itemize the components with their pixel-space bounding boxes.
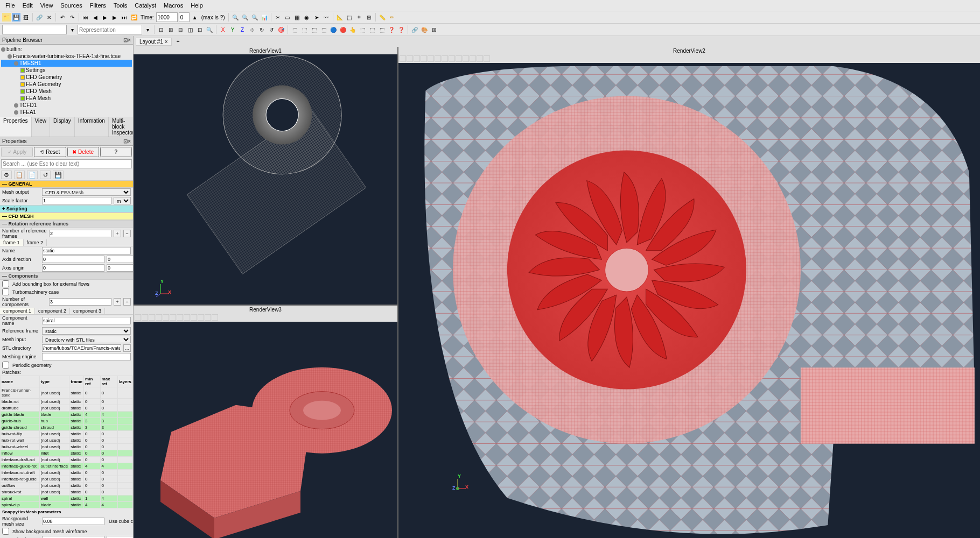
vp-tool-icon[interactable]	[149, 314, 155, 321]
bbox-checkbox[interactable]	[2, 280, 9, 287]
view-icon[interactable]: ⊟	[176, 25, 185, 34]
tree-item[interactable]: Francis-water-turbine-kos-TFEA-1st-fine.…	[1, 53, 132, 60]
frame-tab[interactable]: frame 1	[0, 239, 24, 246]
select-icon[interactable]: ⬚	[377, 25, 386, 34]
contour-icon[interactable]: ◉	[303, 13, 311, 22]
glyph-icon[interactable]: ➤	[312, 13, 321, 22]
prev-icon[interactable]: ◀	[91, 13, 100, 22]
copy-icon[interactable]: 📋	[14, 171, 25, 179]
tab-information[interactable]: Information	[75, 117, 109, 137]
warp-icon[interactable]: ⌗	[355, 13, 363, 22]
mesh-input-select[interactable]: Directory with STL files	[42, 336, 131, 343]
vp-tool-icon[interactable]	[477, 55, 483, 62]
vp-tool-icon[interactable]	[449, 55, 455, 62]
ref-frame-select[interactable]: static	[42, 327, 131, 335]
render-view-3[interactable]: RenderView3	[134, 306, 397, 538]
interact-icon[interactable]: 👆	[348, 25, 357, 34]
connect-icon[interactable]: 🔗	[35, 13, 44, 22]
save-icon[interactable]: 💾	[12, 13, 20, 22]
open-icon[interactable]: 📁	[2, 13, 11, 22]
vp-tool-icon[interactable]	[456, 55, 462, 62]
frame-name-input[interactable]	[42, 247, 131, 254]
axis-origin-x[interactable]	[42, 264, 104, 272]
color-array-select[interactable]	[2, 25, 67, 34]
hover-icon[interactable]: ❓	[387, 25, 396, 34]
vp-tool-icon[interactable]	[463, 55, 469, 62]
table-row[interactable]: shroud-rot(not used)static00	[1, 489, 133, 495]
add-button[interactable]: +	[114, 298, 121, 306]
rot-90-icon[interactable]: ↺	[267, 25, 276, 34]
apply-button[interactable]: ✓ Apply	[1, 147, 33, 157]
menu-filters[interactable]: Filters	[87, 1, 109, 10]
bg-mesh-input[interactable]	[42, 518, 104, 525]
scale-input[interactable]	[42, 197, 111, 204]
vp-tool-icon[interactable]	[212, 314, 218, 321]
vp-tool-icon[interactable]	[400, 55, 406, 62]
frame-tab[interactable]: frame 2	[24, 239, 47, 246]
vp-tool-icon[interactable]	[135, 314, 141, 321]
table-row[interactable]: interface-rot-guide(not used)static00	[1, 476, 133, 483]
extract-icon[interactable]: ⬚	[345, 13, 354, 22]
vp-tool-icon[interactable]	[205, 314, 211, 321]
tree-item[interactable]: TFEA1	[1, 109, 132, 116]
section-general[interactable]: — GENERAL	[0, 180, 133, 188]
tool-icon[interactable]: 🔍	[241, 13, 249, 22]
view-icon[interactable]: ⊡	[157, 25, 165, 34]
rot90-icon[interactable]: ↻	[257, 25, 266, 34]
comp-name-input[interactable]	[42, 317, 131, 324]
search-input[interactable]	[1, 159, 132, 168]
zoom-icon[interactable]: 🔍	[205, 25, 214, 34]
time-idx-input[interactable]	[179, 12, 190, 22]
remove-button[interactable]: −	[123, 298, 131, 306]
last-icon[interactable]: ⏭	[120, 13, 129, 22]
table-row[interactable]: interface-guide-rotoutletInterfacestatic…	[1, 463, 133, 470]
representation-select[interactable]	[78, 25, 142, 34]
color-icon[interactable]: 🎨	[420, 25, 429, 34]
render-view-1[interactable]: RenderView1	[134, 47, 397, 305]
delete-button[interactable]: ✖ Delete	[67, 147, 99, 157]
table-row[interactable]: spiral-clipbladestatic44	[1, 502, 133, 508]
undo-icon[interactable]: ↶	[58, 13, 67, 22]
windows-icon[interactable]: ⊞	[430, 25, 438, 34]
play-icon[interactable]: ▶	[101, 13, 109, 22]
mesh-output-select[interactable]: CFD & FEA Mesh	[42, 188, 131, 196]
menu-sources[interactable]: Sources	[57, 1, 85, 10]
turbo-checkbox[interactable]	[2, 288, 9, 295]
mesh-engine-input[interactable]	[42, 353, 131, 360]
select-icon[interactable]: ⬚	[300, 25, 309, 34]
vp-tool-icon[interactable]	[414, 55, 420, 62]
select-icon[interactable]: ⬚	[310, 25, 318, 34]
tool-icon[interactable]: 📊	[260, 13, 269, 22]
section-cfdmesh[interactable]: — CFD MESH	[0, 213, 133, 220]
next-icon[interactable]: ▶	[110, 13, 119, 22]
vp-tool-icon[interactable]	[484, 55, 490, 62]
select-icon[interactable]: 🔴	[339, 25, 347, 34]
settings-icon[interactable]: ⚙	[1, 171, 12, 179]
time-up-icon[interactable]: ▲	[191, 13, 199, 22]
table-row[interactable]: Francis-runner-solid(not used)static00	[1, 387, 133, 399]
group-icon[interactable]: ⊞	[365, 13, 373, 22]
vp-tool-icon[interactable]	[421, 55, 427, 62]
tool-icon[interactable]: 🔍	[231, 13, 240, 22]
table-row[interactable]: outflow(not used)static00	[1, 483, 133, 489]
browse-button[interactable]: …	[123, 344, 131, 352]
vp-tool-icon[interactable]	[184, 314, 190, 321]
zoom-data-icon[interactable]: 🎯	[277, 25, 285, 34]
axis-dir-x[interactable]	[42, 256, 104, 263]
periodic-checkbox[interactable]	[2, 362, 9, 369]
add-layout-button[interactable]: +	[174, 37, 183, 46]
stl-dir-input[interactable]	[42, 344, 121, 352]
add-button[interactable]: +	[114, 230, 121, 237]
render-view-2[interactable]: RenderView2	[398, 47, 980, 538]
down-icon[interactable]: ▾	[68, 25, 76, 34]
time-input[interactable]	[156, 12, 178, 22]
tree-item[interactable]: FEA Mesh	[1, 95, 132, 102]
vp-tool-icon[interactable]	[428, 55, 434, 62]
close-icon[interactable]: ⊡×	[123, 37, 131, 43]
menu-tools[interactable]: Tools	[110, 1, 131, 10]
tab-view[interactable]: View	[32, 117, 51, 137]
hover-icon[interactable]: ❓	[397, 25, 405, 34]
axis-origin-y[interactable]	[107, 264, 133, 272]
scale-unit-select[interactable]: m	[114, 197, 131, 204]
section-scripting[interactable]: + Scripting	[0, 205, 133, 213]
